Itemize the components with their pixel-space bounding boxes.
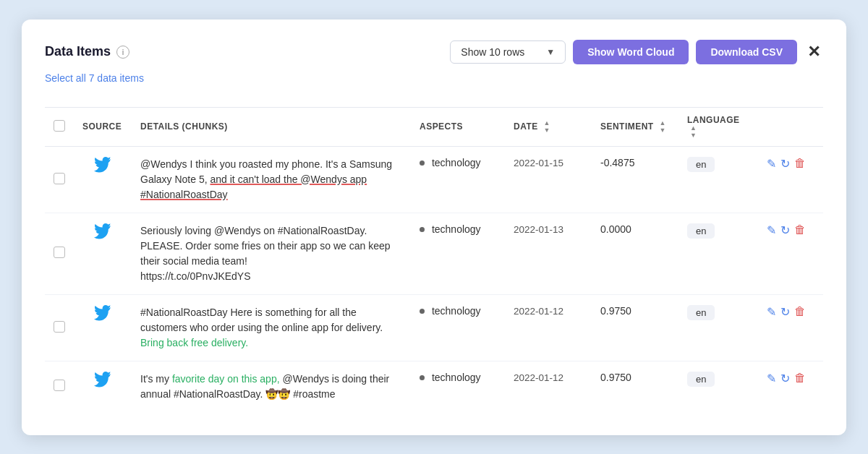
row-checkbox[interactable] (54, 247, 65, 258)
edit-icon[interactable]: ✎ (767, 305, 776, 319)
tweet-text: #NationalRoastDay Here is something for … (140, 307, 383, 348)
date-value: 2022-01-15 (514, 158, 563, 168)
twitter-icon (94, 308, 111, 326)
sentiment-value: 0.9750 (600, 305, 631, 317)
data-items-card: Data Items i Show 10 rows ▼ Show Word Cl… (22, 20, 846, 435)
col-header-source: SOURCE (74, 107, 132, 146)
twitter-icon (94, 226, 111, 244)
header-right: Show 10 rows ▼ Show Word Cloud Download … (450, 40, 823, 64)
header-left: Data Items i (45, 44, 129, 59)
data-table: SOURCE DETAILS (CHUNKS) ASPECTS DATE ▲▼ … (45, 107, 823, 412)
aspect-dot (420, 160, 425, 166)
download-csv-button[interactable]: Download CSV (696, 40, 797, 64)
refresh-icon[interactable]: ↻ (780, 223, 790, 237)
action-icons: ✎ ↻ 🗑 (767, 223, 814, 237)
col-header-aspects: ASPECTS (411, 107, 505, 146)
aspect-label: technology (432, 305, 481, 317)
table-header-row: SOURCE DETAILS (CHUNKS) ASPECTS DATE ▲▼ … (45, 107, 823, 146)
aspect-label: technology (432, 157, 481, 168)
language-badge: en (687, 372, 715, 387)
sentiment-sort-icon[interactable]: ▲▼ (659, 120, 665, 134)
aspect-label: technology (432, 372, 481, 383)
aspect-dot (420, 309, 425, 314)
table-row: #NationalRoastDay Here is something for … (45, 294, 823, 361)
card-title: Data Items (45, 44, 111, 59)
sentiment-value: 0.0000 (600, 223, 631, 235)
highlighted-text: Bring back free delivery. (140, 337, 248, 348)
date-value: 2022-01-13 (514, 224, 563, 235)
select-all-checkbox[interactable] (54, 120, 65, 132)
table-row: @Wendys I think you roasted my phone. It… (45, 146, 823, 213)
action-icons: ✎ ↻ 🗑 (767, 305, 814, 319)
sentiment-value: -0.4875 (600, 157, 634, 168)
col-header-sentiment[interactable]: SENTIMENT ▲▼ (592, 107, 678, 146)
aspect-dot (420, 375, 425, 380)
info-icon[interactable]: i (116, 46, 129, 59)
highlighted-text: favorite day on this app, (172, 373, 280, 385)
close-button[interactable]: ✕ (804, 44, 823, 60)
language-badge: en (687, 305, 715, 320)
edit-icon[interactable]: ✎ (767, 157, 776, 171)
tweet-text: @Wendys I think you roasted my phone. It… (140, 158, 392, 200)
rows-selector-label: Show 10 rows (461, 46, 524, 58)
sentiment-value: 0.9750 (600, 372, 631, 383)
delete-icon[interactable]: 🗑 (794, 157, 806, 170)
select-all-link[interactable]: Select all 7 data items (45, 72, 144, 84)
card-header: Data Items i Show 10 rows ▼ Show Word Cl… (45, 40, 823, 64)
delete-icon[interactable]: 🗑 (794, 223, 806, 236)
rows-selector[interactable]: Show 10 rows ▼ (450, 40, 566, 64)
language-sort-icon[interactable]: ▲▼ (690, 125, 697, 139)
tweet-text: It's my favorite day on this app, @Wendy… (140, 373, 389, 400)
data-table-wrap: SOURCE DETAILS (CHUNKS) ASPECTS DATE ▲▼ … (45, 107, 823, 412)
col-header-details: DETAILS (CHUNKS) (132, 107, 411, 146)
col-header-actions (758, 107, 823, 146)
row-checkbox[interactable] (54, 321, 65, 333)
row-checkbox[interactable] (54, 173, 65, 184)
table-row: Seriously loving @Wendys on #NationalRoa… (45, 213, 823, 294)
date-value: 2022-01-12 (514, 372, 563, 383)
refresh-icon[interactable]: ↻ (780, 372, 790, 385)
action-icons: ✎ ↻ 🗑 (767, 372, 814, 385)
tweet-text: Seriously loving @Wendys on #NationalRoa… (140, 225, 391, 282)
refresh-icon[interactable]: ↻ (780, 305, 790, 319)
aspect-label: technology (432, 223, 481, 235)
show-word-cloud-button[interactable]: Show Word Cloud (573, 40, 689, 64)
date-value: 2022-01-12 (514, 306, 563, 317)
highlighted-text: and it can't load the @Wendys app #Natio… (140, 174, 367, 200)
delete-icon[interactable]: 🗑 (794, 305, 806, 318)
language-badge: en (687, 157, 715, 172)
col-header-date[interactable]: DATE ▲▼ (505, 107, 592, 146)
row-checkbox[interactable] (54, 380, 65, 391)
aspect-dot (420, 227, 425, 232)
chevron-down-icon: ▼ (546, 47, 555, 57)
twitter-icon (94, 160, 111, 178)
col-header-language[interactable]: LANGUAGE ▲▼ (678, 107, 758, 146)
twitter-icon (94, 374, 111, 393)
refresh-icon[interactable]: ↻ (780, 157, 790, 171)
date-sort-icon[interactable]: ▲▼ (544, 120, 550, 134)
language-badge: en (687, 223, 715, 239)
edit-icon[interactable]: ✎ (767, 223, 776, 237)
edit-icon[interactable]: ✎ (767, 372, 776, 385)
delete-icon[interactable]: 🗑 (794, 372, 806, 385)
table-row: It's my favorite day on this app, @Wendy… (45, 361, 823, 412)
action-icons: ✎ ↻ 🗑 (767, 157, 814, 171)
